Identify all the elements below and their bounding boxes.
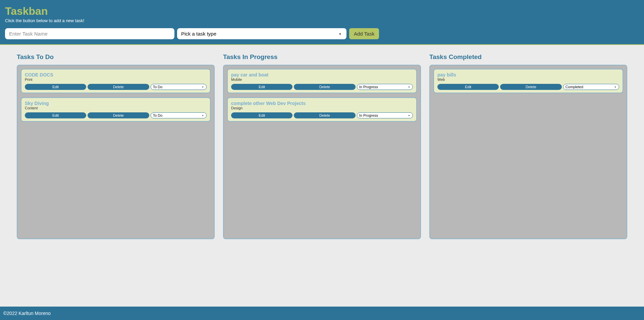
- task-title: Sky Diving: [25, 101, 207, 106]
- status-select-wrapper: To DoIn ProgressCompleted: [151, 84, 207, 90]
- column: Tasks Completedpay billsWebEditDeleteTo …: [429, 53, 627, 239]
- status-select[interactable]: To DoIn ProgressCompleted: [151, 84, 207, 90]
- footer-copyright: ©2022 Karltun Moreno: [3, 311, 51, 316]
- task-card: Sky DivingContentEditDeleteTo DoIn Progr…: [21, 97, 211, 122]
- task-controls: EditDeleteTo DoIn ProgressCompleted: [25, 84, 207, 90]
- column-body: pay car and boatMobileEditDeleteTo DoIn …: [223, 65, 421, 239]
- column-body: CODE DOCSPrintEditDeleteTo DoIn Progress…: [17, 65, 215, 239]
- task-title: complete other Web Dev Projects: [231, 101, 413, 106]
- task-card: pay billsWebEditDeleteTo DoIn ProgressCo…: [433, 69, 623, 93]
- edit-button[interactable]: Edit: [231, 112, 292, 118]
- input-row: Pick a task type Add Task: [5, 28, 639, 39]
- task-title: CODE DOCS: [25, 72, 207, 77]
- delete-button[interactable]: Delete: [294, 84, 355, 90]
- task-type: Mobile: [231, 77, 413, 82]
- task-type: Print: [25, 77, 207, 82]
- footer: ©2022 Karltun Moreno: [0, 307, 644, 320]
- delete-button[interactable]: Delete: [88, 84, 149, 90]
- column-title: Tasks To Do: [17, 53, 215, 61]
- task-name-input[interactable]: [5, 28, 174, 39]
- task-type-select[interactable]: Pick a task type: [177, 28, 346, 39]
- task-type: Design: [231, 106, 413, 110]
- column: Tasks To DoCODE DOCSPrintEditDeleteTo Do…: [17, 53, 215, 239]
- task-controls: EditDeleteTo DoIn ProgressCompleted: [25, 112, 207, 118]
- column-title: Tasks In Progress: [223, 53, 421, 61]
- status-select[interactable]: To DoIn ProgressCompleted: [357, 84, 413, 90]
- app-subtitle: Click the button below to add a new task…: [5, 18, 639, 23]
- edit-button[interactable]: Edit: [25, 84, 86, 90]
- task-type: Content: [25, 106, 207, 110]
- delete-button[interactable]: Delete: [294, 112, 355, 118]
- main-content: Tasks To DoCODE DOCSPrintEditDeleteTo Do…: [0, 45, 644, 307]
- app-title: Taskban: [5, 5, 639, 17]
- edit-button[interactable]: Edit: [437, 84, 499, 90]
- task-controls: EditDeleteTo DoIn ProgressCompleted: [437, 84, 619, 90]
- task-card: complete other Web Dev ProjectsDesignEdi…: [227, 97, 417, 122]
- task-type: Web: [437, 77, 619, 82]
- task-card: pay car and boatMobileEditDeleteTo DoIn …: [227, 69, 417, 93]
- header: Taskban Click the button below to add a …: [0, 0, 644, 45]
- columns-container: Tasks To DoCODE DOCSPrintEditDeleteTo Do…: [17, 53, 627, 239]
- status-select[interactable]: To DoIn ProgressCompleted: [357, 112, 413, 118]
- task-title: pay bills: [437, 72, 619, 77]
- column: Tasks In Progresspay car and boatMobileE…: [223, 53, 421, 239]
- column-title: Tasks Completed: [429, 53, 627, 61]
- column-body: pay billsWebEditDeleteTo DoIn ProgressCo…: [429, 65, 627, 239]
- task-type-select-wrapper: Pick a task type: [177, 28, 346, 39]
- status-select-wrapper: To DoIn ProgressCompleted: [151, 112, 207, 118]
- task-title: pay car and boat: [231, 72, 413, 77]
- task-card: CODE DOCSPrintEditDeleteTo DoIn Progress…: [21, 69, 211, 93]
- delete-button[interactable]: Delete: [500, 84, 561, 90]
- edit-button[interactable]: Edit: [25, 112, 86, 118]
- add-task-button[interactable]: Add Task: [349, 28, 379, 39]
- task-controls: EditDeleteTo DoIn ProgressCompleted: [231, 84, 413, 90]
- task-controls: EditDeleteTo DoIn ProgressCompleted: [231, 112, 413, 118]
- delete-button[interactable]: Delete: [88, 112, 149, 118]
- status-select[interactable]: To DoIn ProgressCompleted: [151, 112, 207, 118]
- edit-button[interactable]: Edit: [231, 84, 292, 90]
- status-select-wrapper: To DoIn ProgressCompleted: [563, 84, 619, 90]
- status-select-wrapper: To DoIn ProgressCompleted: [357, 84, 413, 90]
- status-select[interactable]: To DoIn ProgressCompleted: [563, 84, 619, 90]
- status-select-wrapper: To DoIn ProgressCompleted: [357, 112, 413, 118]
